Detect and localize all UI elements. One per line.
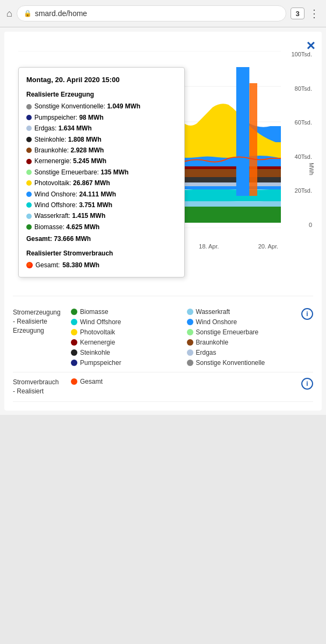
y-axis: 100Tsd. 80Tsd. 60Tsd. 40Tsd. 20Tsd. 0 [284,51,313,228]
legend-consumption-items: Gesamt [71,378,297,385]
legend-row-production: Stromerzeugung- RealisierteErzeugung Bio… [13,303,313,372]
tooltip-title: Montag, 20. April 2020 15:00 [26,74,177,86]
y-label-100: 100Tsd. [291,51,312,57]
legend-production-info-icon[interactable]: i [301,308,313,320]
y-label-20: 20Tsd. [295,187,312,194]
legend-consumption-info-icon[interactable]: i [301,378,313,390]
legend-consumption-title: Stromverbrauch- Realisiert [13,378,67,396]
tab-count-badge[interactable]: 3 [291,8,305,19]
legend-item: Braunkohle [187,339,298,346]
tooltip-consumption-row: Gesamt: 58.380 MWh [26,260,177,270]
legend-item: Kernenergie [71,339,182,346]
tooltip-row: Erdgas: 1.634 MWh [26,123,177,134]
tooltip-total: Gesamt: 73.666 MWh [26,233,177,244]
legend-item: Photovoltaik [71,328,182,336]
y-label-0: 0 [309,222,312,228]
main-content: × Montag, 20. April 2020 15:00 Realisier… [0,27,326,415]
url-text: smard.de/home [35,9,87,18]
legend-production-items: BiomasseWasserkraftWind OffshoreWind Ons… [71,308,297,367]
legend-item: Steinkohle [71,349,182,356]
tooltip-row: Pumpspeicher: 98 MWh [26,112,177,123]
tooltip-row: Braunkohle: 2.928 MWh [26,145,177,156]
x-label-18apr: 18. Apr. [199,243,219,250]
legend-item: Pumpspeicher [71,359,182,367]
tooltip-consumption-label: Gesamt: [35,260,60,270]
lock-icon: 🔒 [24,10,32,17]
y-label-40: 40Tsd. [295,153,312,160]
legend-section: Stromerzeugung- RealisierteErzeugung Bio… [13,296,313,402]
tooltip-row: Biomasse: 4.625 MWh [26,222,177,232]
y-label-60: 60Tsd. [295,119,312,126]
tooltip-production-title: Realisierte Erzeugung [26,89,177,100]
consumption-dot [26,262,33,268]
legend-row-consumption: Stromverbrauch- Realisiert Gesamt i [13,372,313,402]
tooltip-row: Photovoltaik: 26.867 MWh [26,178,177,188]
x-label-20apr: 20. Apr. [258,243,278,250]
chart-card: × Montag, 20. April 2020 15:00 Realisier… [4,32,322,411]
browser-chrome: ⌂ 🔒 smard.de/home 3 ⋮ [0,0,326,27]
tooltip-row: Wasserkraft: 1.415 MWh [26,210,177,221]
address-bar[interactable]: 🔒 smard.de/home [17,5,286,21]
legend-item: Biomasse [71,308,182,316]
tooltip-row: Steinkohle: 1.808 MWh [26,134,177,145]
tooltip-row: Kernenergie: 5.245 MWh [26,156,177,166]
tooltip-consumption-title: Realisierter Stromverbrauch [26,248,177,259]
tooltip-consumption-value: 58.380 MWh [62,260,99,270]
tooltip-row: Sonstige Erneuerbare: 135 MWh [26,167,177,178]
legend-item: Sonstige Konventionelle [187,359,298,367]
tooltip-row: Sonstige Konventionelle: 1.049 MWh [26,101,177,112]
chart-container: Montag, 20. April 2020 15:00 Realisierte… [13,51,313,287]
svg-rect-7 [236,67,249,196]
home-icon[interactable]: ⌂ [6,8,12,19]
tooltip-row: Wind Offshore: 3.751 MWh [26,200,177,210]
menu-icon[interactable]: ⋮ [309,7,320,20]
legend-item: Wind Onshore [187,318,298,326]
legend-item: Erdgas [187,349,298,356]
legend-production-title: Stromerzeugung- RealisierteErzeugung [13,308,67,335]
svg-rect-8 [249,83,257,196]
legend-item: Gesamt [71,378,182,385]
y-axis-title: MWh [308,163,314,175]
tooltip-row: Wind Onshore: 24.111 MWh [26,189,177,200]
chart-tooltip: Montag, 20. April 2020 15:00 Realisierte… [18,67,185,277]
legend-item: Wind Offshore [71,318,182,326]
legend-item: Wasserkraft [187,308,298,316]
y-label-80: 80Tsd. [295,85,312,92]
legend-item: Sonstige Erneuerbare [187,328,298,336]
